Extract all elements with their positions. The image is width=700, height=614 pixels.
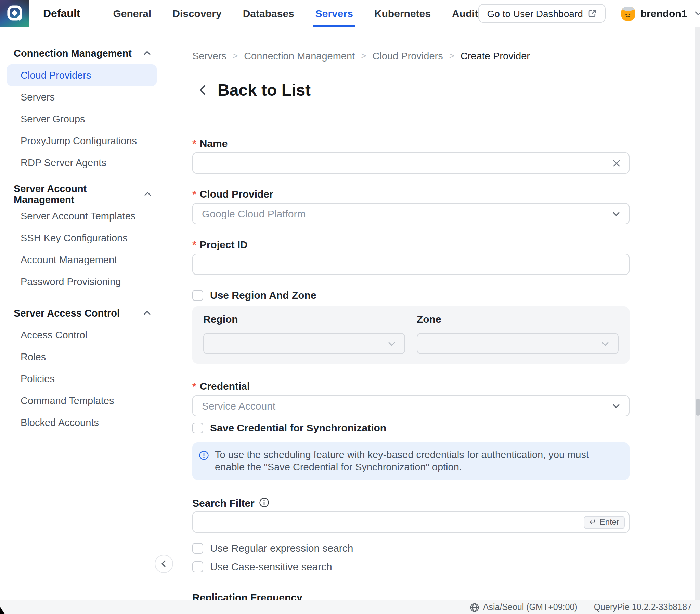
sidebar-header-label: Server Account Management <box>14 183 143 205</box>
search-filter-input[interactable] <box>193 512 629 532</box>
timezone-label: Asia/Seoul (GMT+09:00) <box>483 602 577 612</box>
tab-kubernetes[interactable]: Kubernetes <box>374 0 431 27</box>
project-id-field: * Project ID <box>192 239 629 275</box>
alert-circle-icon <box>199 451 209 460</box>
chevron-left-icon <box>160 560 168 567</box>
use-region-zone-label: Use Region And Zone <box>210 289 316 301</box>
name-field: * Name <box>192 138 629 174</box>
sidebar-header-server-account-management[interactable]: Server Account Management <box>0 183 164 205</box>
credential-label-row: * Credential <box>192 380 629 393</box>
chevron-down-icon <box>387 339 396 348</box>
sidebar-item-command-templates[interactable]: Command Templates <box>0 390 164 412</box>
cloud-provider-select[interactable]: Google Cloud Platform <box>192 203 629 224</box>
sidebar-header-server-access-control[interactable]: Server Access Control <box>0 302 164 324</box>
info-circle-icon[interactable] <box>259 498 269 507</box>
back-chevron-left-icon[interactable] <box>197 84 209 96</box>
tab-general[interactable]: General <box>113 0 151 27</box>
search-filter-input-box: ↵ Enter <box>192 511 629 533</box>
tab-discovery[interactable]: Discovery <box>173 0 221 27</box>
tab-databases[interactable]: Databases <box>243 0 294 27</box>
go-to-user-dashboard-button[interactable]: Go to User Dashboard <box>478 4 605 23</box>
timezone-group: Asia/Seoul (GMT+09:00) <box>470 602 577 612</box>
sidebar-item-cloud-providers[interactable]: Cloud Providers <box>7 64 157 86</box>
globe-icon <box>470 603 479 612</box>
breadcrumb-separator: > <box>361 50 366 62</box>
name-label: Name <box>200 138 228 150</box>
required-marker: * <box>192 239 196 251</box>
page-title[interactable]: Back to List <box>217 81 311 99</box>
region-zone-panel: Region Zone <box>192 306 629 364</box>
save-credential-label: Save Credential for Synchronization <box>210 422 386 434</box>
region-select[interactable] <box>203 333 405 354</box>
enter-key-badge: ↵ Enter <box>584 515 625 528</box>
breadcrumb-separator: > <box>449 50 454 62</box>
user-menu-chevron-down-icon[interactable] <box>694 9 700 18</box>
save-credential-checkbox[interactable] <box>192 422 203 433</box>
search-filter-field: Search Filter ↵ E <box>192 496 629 533</box>
go-to-user-dashboard-label: Go to User Dashboard <box>487 8 583 19</box>
cloud-provider-field: * Cloud Provider Google Cloud Platform <box>192 188 629 224</box>
username-label: brendon1 <box>640 8 687 19</box>
use-regex-label: Use Regular expression search <box>210 542 353 554</box>
sidebar-item-access-control[interactable]: Access Control <box>0 324 164 346</box>
credential-field: * Credential Service Account <box>192 380 629 417</box>
chevron-down-icon <box>612 401 621 410</box>
replication-frequency-label: Replication Frequency <box>192 591 629 600</box>
page-scrollbar-track <box>695 27 700 600</box>
sidebar-item-server-groups[interactable]: Server Groups <box>0 108 164 130</box>
zone-select[interactable] <box>417 333 618 354</box>
sidebar-item-blocked-accounts[interactable]: Blocked Accounts <box>0 412 164 434</box>
sidebar-item-account-management[interactable]: Account Management <box>0 249 164 271</box>
save-credential-row: Save Credential for Synchronization <box>192 422 629 434</box>
top-navigation-bar: Default General Discovery Databases Serv… <box>0 0 700 27</box>
sidebar-item-roles[interactable]: Roles <box>0 346 164 368</box>
sidebar-item-ssh-key-configurations[interactable]: SSH Key Configurations <box>0 227 164 249</box>
create-provider-form: * Name * Cloud Provider <box>192 138 629 600</box>
required-marker: * <box>192 138 196 150</box>
name-input-box <box>192 153 629 174</box>
sidebar-header-connection-management[interactable]: Connection Management <box>0 42 164 64</box>
querypie-admin-app: Default General Discovery Databases Serv… <box>0 0 700 614</box>
sidebar-item-servers[interactable]: Servers <box>0 86 164 108</box>
tab-servers[interactable]: Servers <box>315 0 353 27</box>
cloud-provider-label-row: * Cloud Provider <box>192 188 629 200</box>
tab-audit[interactable]: Audit <box>452 0 478 27</box>
credential-value: Service Account <box>202 400 275 412</box>
use-region-zone-row: Use Region And Zone <box>192 289 629 301</box>
sidebar-item-server-account-templates[interactable]: Server Account Templates <box>0 205 164 227</box>
search-filter-label-row: Search Filter <box>192 496 629 509</box>
required-marker: * <box>192 380 196 393</box>
breadcrumb-cloud-providers[interactable]: Cloud Providers <box>372 50 443 62</box>
region-field: Region <box>203 315 405 354</box>
sidebar-item-policies[interactable]: Policies <box>0 368 164 390</box>
name-input[interactable] <box>193 153 629 173</box>
user-avatar[interactable] <box>621 7 635 20</box>
querypie-logo-icon[interactable] <box>0 0 29 27</box>
credential-select[interactable]: Service Account <box>192 395 629 417</box>
sidebar: Connection Management Cloud Providers Se… <box>0 27 164 600</box>
sidebar-item-proxyjump-configurations[interactable]: ProxyJump Configurations <box>0 130 164 152</box>
breadcrumb-connection-management[interactable]: Connection Management <box>244 50 355 62</box>
sidebar-item-password-provisioning[interactable]: Password Provisioning <box>0 271 164 293</box>
project-id-input[interactable] <box>193 254 629 274</box>
chevron-up-icon <box>143 190 151 198</box>
avatar-hair <box>621 7 635 11</box>
enter-key-label: Enter <box>600 517 619 527</box>
breadcrumb-servers[interactable]: Servers <box>192 50 226 62</box>
required-marker: * <box>192 188 196 200</box>
clear-x-icon[interactable] <box>612 158 621 168</box>
use-regex-checkbox[interactable] <box>192 542 203 553</box>
status-footer: Asia/Seoul (GMT+09:00) QueryPie 10.2.2-3… <box>0 600 700 614</box>
workspace-name: Default <box>43 7 80 20</box>
main-nav: General Discovery Databases Servers Kube… <box>113 0 478 27</box>
logo-glyph <box>5 4 24 23</box>
cloud-provider-value: Google Cloud Platform <box>202 208 306 219</box>
chevron-up-icon <box>143 49 151 57</box>
sidebar-section-server-account-management: Server Account Management Server Account… <box>0 183 164 293</box>
chevron-down-icon <box>612 209 621 218</box>
sidebar-item-rdp-server-agents[interactable]: RDP Server Agents <box>0 152 164 174</box>
use-case-sensitive-checkbox[interactable] <box>192 561 203 572</box>
use-region-zone-checkbox[interactable] <box>192 290 203 300</box>
page-scrollbar-thumb[interactable] <box>696 399 700 416</box>
sidebar-collapse-button[interactable] <box>155 554 173 573</box>
